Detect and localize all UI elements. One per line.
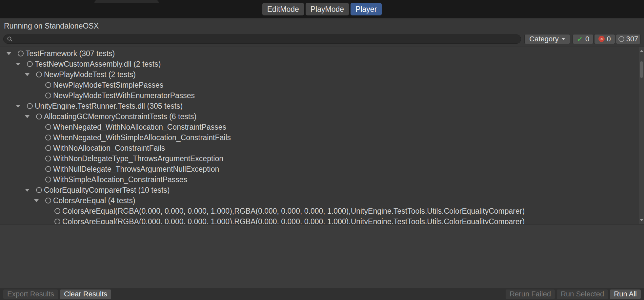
test-status-circle-icon <box>36 187 42 193</box>
rerun-failed-button[interactable]: Rerun Failed <box>506 289 555 299</box>
test-runner-window: EditMode PlayMode Player Running on Stan… <box>0 0 644 300</box>
scrollbar-thumb[interactable] <box>640 61 643 78</box>
tree-row[interactable]: WhenNegated_WithNoAllocation_ConstraintP… <box>0 122 639 132</box>
test-status-circle-icon <box>27 61 33 67</box>
test-status-circle-icon <box>45 156 51 161</box>
not-run-filter-button[interactable]: 307 <box>616 34 641 44</box>
test-status-circle-icon <box>45 145 51 151</box>
tree-row-label: NewPlayModeTestWithEnumeratorPasses <box>53 91 195 100</box>
tree-row-label: WhenNegated_WithNoAllocation_ConstraintP… <box>53 123 226 132</box>
vertical-scrollbar[interactable] <box>639 47 644 224</box>
export-results-button[interactable]: Export Results <box>3 289 58 299</box>
tree-row-label: TestNewCustomAssembly.dll (2 tests) <box>35 60 161 69</box>
tree-row[interactable]: AllocatingGCMemoryConstraintTests (6 tes… <box>0 111 639 122</box>
failed-filter-button[interactable]: ✕ 0 <box>594 34 615 44</box>
circle-outline-icon <box>618 36 624 42</box>
foldout-caret-icon[interactable] <box>34 199 39 202</box>
fail-icon: ✕ <box>598 36 605 42</box>
clear-results-button[interactable]: Clear Results <box>60 289 111 299</box>
run-all-button[interactable]: Run All <box>610 289 641 299</box>
search-field[interactable] <box>3 34 521 44</box>
tree-row[interactable]: WithNonDelegateType_ThrowsArgumentExcept… <box>0 153 639 164</box>
tree-row-label: NewPlayModeTestSimplePasses <box>53 81 163 90</box>
tree-row[interactable]: TestFramework (307 tests) <box>0 48 639 59</box>
test-detail-pane <box>0 225 644 288</box>
search-input[interactable] <box>15 35 517 43</box>
tab-editmode[interactable]: EditMode <box>262 3 304 15</box>
run-selected-button[interactable]: Run Selected <box>557 289 608 299</box>
test-tree: TestFramework (307 tests) TestNewCustomA… <box>0 47 639 224</box>
category-dropdown-label: Category <box>529 35 558 43</box>
test-tree-pane: TestFramework (307 tests) TestNewCustomA… <box>0 47 644 225</box>
tree-row[interactable]: NewPlayModeTest (2 tests) <box>0 69 639 80</box>
tree-row-label: NewPlayModeTest (2 tests) <box>44 70 136 79</box>
tree-row-label: ColorsAreEqual(RGBA(0.000, 0.000, 0.000,… <box>62 207 525 216</box>
tree-row-label: WithNonDelegateType_ThrowsArgumentExcept… <box>53 154 223 163</box>
tree-row[interactable]: TestNewCustomAssembly.dll (2 tests) <box>0 59 639 69</box>
tree-row[interactable]: ColorEqualityComparerTest (10 tests) <box>0 185 639 195</box>
test-status-circle-icon <box>18 51 24 56</box>
search-icon <box>7 36 13 42</box>
tree-row[interactable]: WithNullDelegate_ThrowsArgumentNullExcep… <box>0 164 639 174</box>
foldout-caret-icon[interactable] <box>25 73 30 76</box>
tab-player[interactable]: Player <box>351 3 382 15</box>
foldout-caret-icon[interactable] <box>25 189 30 192</box>
tree-row-label: ColorsAreEqual (4 tests) <box>53 196 135 205</box>
footer-bar: Export Results Clear Results Rerun Faile… <box>0 288 644 300</box>
tree-row[interactable]: WithNoAllocation_ConstraintFails <box>0 143 639 153</box>
tree-row[interactable]: NewPlayModeTestWithEnumeratorPasses <box>0 90 639 101</box>
test-status-circle-icon <box>45 82 51 88</box>
foldout-caret-icon[interactable] <box>25 115 30 118</box>
tree-row[interactable]: ColorsAreEqual(RGBA(0.000, 0.000, 0.000,… <box>0 216 639 224</box>
tree-row-label: AllocatingGCMemoryConstraintTests (6 tes… <box>44 112 196 121</box>
running-platform-label: Running on StandaloneOSX <box>4 22 99 31</box>
tree-row[interactable]: UnityEngine.TestRunner.Tests.dll (305 te… <box>0 101 639 111</box>
foldout-caret-icon[interactable] <box>16 63 20 66</box>
test-status-circle-icon <box>45 198 51 204</box>
foldout-caret-icon[interactable] <box>16 105 20 108</box>
window-dock-tab[interactable] <box>94 0 159 3</box>
passed-count: 0 <box>585 35 589 43</box>
test-status-circle-icon <box>45 177 51 182</box>
test-status-circle-icon <box>54 219 60 224</box>
check-icon: ✓ <box>577 35 583 43</box>
tree-row-label: WithNoAllocation_ConstraintFails <box>53 144 165 153</box>
tree-row-label: WithSimpleAllocation_ConstraintPasses <box>53 175 187 184</box>
test-status-circle-icon <box>45 124 51 130</box>
test-status-circle-icon <box>45 166 51 172</box>
test-status-circle-icon <box>54 208 60 214</box>
test-status-circle-icon <box>36 72 42 77</box>
passed-filter-button[interactable]: ✓ 0 <box>573 34 594 44</box>
category-dropdown[interactable]: Category <box>524 34 570 44</box>
tree-row-label: TestFramework (307 tests) <box>26 49 115 58</box>
mode-tab-group: EditMode PlayMode Player <box>262 3 382 15</box>
test-status-circle-icon <box>45 135 51 140</box>
scroll-up-arrow-icon[interactable] <box>639 48 644 54</box>
tree-row[interactable]: NewPlayModeTestSimplePasses <box>0 80 639 90</box>
tree-row-label: ColorEqualityComparerTest (10 tests) <box>44 186 170 195</box>
scroll-down-arrow-icon[interactable] <box>639 217 644 224</box>
tab-playmode[interactable]: PlayMode <box>306 3 349 15</box>
tree-row-label: WithNullDelegate_ThrowsArgumentNullExcep… <box>53 165 219 174</box>
test-status-circle-icon <box>36 114 42 119</box>
tree-row[interactable]: WhenNegated_WithSimpleAllocation_Constra… <box>0 132 639 143</box>
tree-row[interactable]: ColorsAreEqual (4 tests) <box>0 195 639 206</box>
status-row: Running on StandaloneOSX <box>0 18 644 34</box>
toolbar: Category ✓ 0 ✕ 0 307 <box>0 34 644 47</box>
foldout-caret-icon[interactable] <box>7 52 11 55</box>
test-status-circle-icon <box>27 103 33 109</box>
top-tab-bar: EditMode PlayMode Player <box>0 0 644 18</box>
tree-row[interactable]: WithSimpleAllocation_ConstraintPasses <box>0 174 639 185</box>
failed-count: 0 <box>607 35 611 43</box>
chevron-down-icon <box>561 38 565 40</box>
tree-row[interactable]: ColorsAreEqual(RGBA(0.000, 0.000, 0.000,… <box>0 206 639 216</box>
test-status-circle-icon <box>45 93 51 98</box>
tree-row-label: ColorsAreEqual(RGBA(0.000, 0.000, 0.000,… <box>62 217 525 225</box>
tree-row-label: UnityEngine.TestRunner.Tests.dll (305 te… <box>35 102 183 111</box>
not-run-count: 307 <box>626 35 638 43</box>
tree-row-label: WhenNegated_WithSimpleAllocation_Constra… <box>53 133 231 142</box>
